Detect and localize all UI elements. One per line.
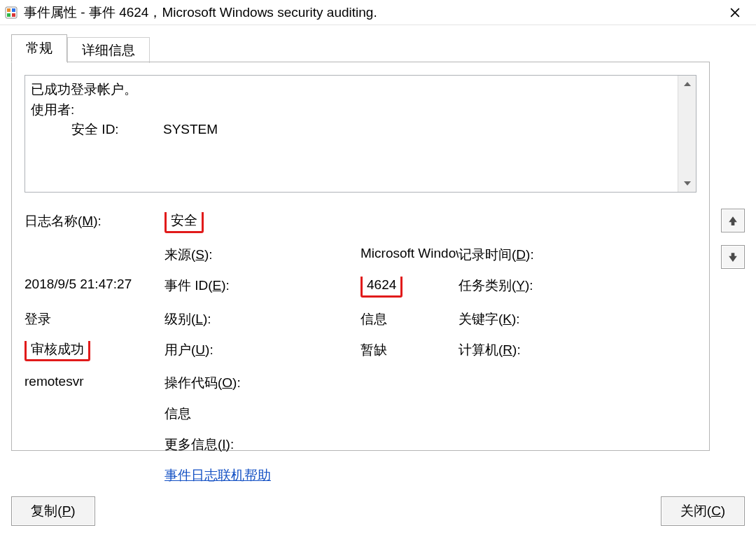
svg-rect-2 [12, 8, 15, 12]
value-user: 暂缺 [360, 341, 458, 359]
label-event-id: 事件 ID(E): [164, 277, 360, 295]
value-event-id: 4624 [360, 277, 458, 298]
value-log-name: 安全 [164, 212, 696, 233]
scroll-up-icon[interactable] [678, 76, 696, 92]
tab-general[interactable]: 常规 [11, 34, 67, 62]
svg-rect-3 [7, 13, 10, 17]
label-logged: 记录时间(D): [458, 246, 696, 264]
description-line: 安全 ID: SYSTEM [31, 120, 672, 140]
description-line: 已成功登录帐户。 [31, 80, 672, 100]
label-computer: 计算机(R): [458, 341, 696, 359]
value-logged: 2018/9/5 21:47:27 [24, 277, 164, 292]
link-event-log-help[interactable]: 事件日志联机帮助 [164, 466, 696, 484]
value-level: 信息 [360, 310, 458, 328]
scroll-down-icon[interactable] [678, 175, 696, 192]
label-level: 级别(L): [164, 310, 360, 328]
close-icon[interactable] [720, 2, 750, 23]
scrollbar[interactable] [678, 76, 696, 192]
details-grid: 日志名称(M): 安全 来源(S): Microsoft Windows sec… [24, 212, 696, 497]
titlebar: 事件属性 - 事件 4624，Microsoft Windows securit… [0, 0, 756, 25]
close-button[interactable]: 关闭(C) [661, 496, 745, 526]
label-more-info: 更多信息(I): [164, 435, 360, 454]
value-source: Microsoft Windows secur [360, 246, 458, 261]
svg-rect-1 [7, 8, 10, 12]
copy-button[interactable]: 复制(P) [11, 496, 95, 526]
tab-panel-general: 已成功登录帐户。 使用者: 安全 ID: SYSTEM [11, 62, 710, 451]
description-text[interactable]: 已成功登录帐户。 使用者: 安全 ID: SYSTEM [25, 76, 678, 192]
label-task-category: 任务类别(Y): [458, 277, 696, 295]
prev-event-button[interactable] [721, 209, 745, 232]
value-opcode: 信息 [164, 405, 696, 423]
app-icon [4, 6, 18, 20]
svg-rect-4 [12, 13, 15, 17]
window-title: 事件属性 - 事件 4624，Microsoft Windows securit… [24, 4, 720, 22]
tab-strip: 常规 详细信息 [11, 35, 745, 62]
label-user: 用户(U): [164, 341, 360, 359]
next-event-button[interactable] [721, 245, 745, 269]
label-opcode: 操作代码(O): [164, 374, 360, 392]
value-keywords: 审核成功 [24, 341, 164, 362]
tab-details[interactable]: 详细信息 [67, 37, 150, 63]
description-box: 已成功登录帐户。 使用者: 安全 ID: SYSTEM [24, 75, 696, 193]
label-source: 来源(S): [164, 246, 360, 264]
label-log-name: 日志名称(M): [24, 212, 164, 230]
label-keywords: 关键字(K): [458, 310, 696, 328]
value-task-category: 登录 [24, 310, 164, 328]
description-line: 使用者: [31, 100, 672, 120]
value-computer: remotesvr [24, 374, 164, 389]
